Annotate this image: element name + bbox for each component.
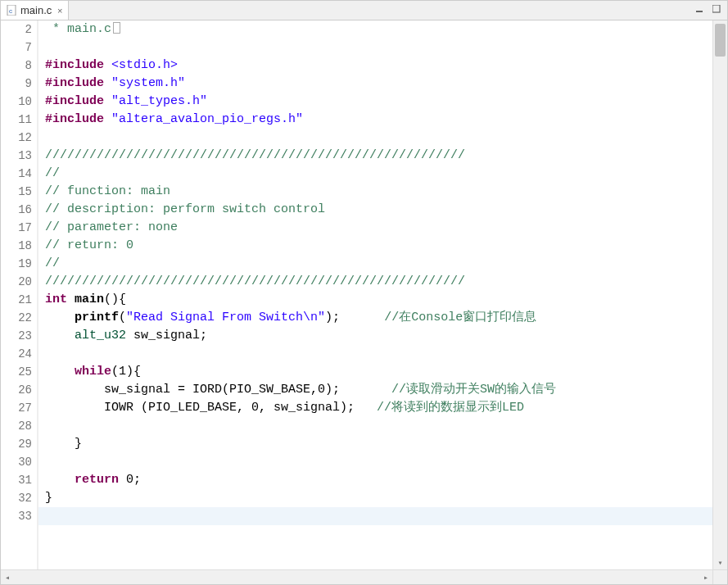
scroll-right-icon[interactable]: ▸ [699, 570, 712, 584]
scrollbar-thumb[interactable] [715, 24, 726, 57]
code-line[interactable]: ////////////////////////////////////////… [38, 147, 727, 165]
code-line[interactable] [38, 507, 727, 525]
line-number: 23 [1, 327, 32, 345]
line-number: 21 [1, 291, 32, 309]
scroll-left-icon[interactable]: ◂ [1, 570, 14, 584]
svg-text:c: c [9, 7, 12, 15]
line-number: 32 [1, 489, 32, 507]
scroll-down-icon[interactable]: ▾ [713, 556, 727, 569]
line-number: 8 [1, 57, 32, 75]
line-number: 29 [1, 435, 32, 453]
c-file-icon: c [6, 5, 17, 16]
code-line[interactable]: sw_signal = IORD(PIO_SW_BASE,0); //读取滑动开… [38, 381, 727, 399]
code-line[interactable]: // description: perform switch control [38, 201, 727, 219]
code-line[interactable]: return 0; [38, 471, 727, 489]
code-line[interactable] [38, 417, 727, 435]
tab-label: main.c [20, 4, 52, 16]
line-number: 2 [1, 20, 32, 39]
scrollbar-track[interactable] [14, 570, 699, 584]
line-number: 27 [1, 399, 32, 417]
code-line[interactable] [38, 39, 727, 57]
code-line[interactable]: #include "system.h" [38, 75, 727, 93]
svg-rect-2 [696, 11, 703, 12]
line-number: 9 [1, 75, 32, 93]
line-number: 12 [1, 129, 32, 147]
code-line[interactable]: // [38, 255, 727, 273]
code-line[interactable]: alt_u32 sw_signal; [38, 327, 727, 345]
code-line[interactable]: // function: main [38, 183, 727, 201]
line-number: 30 [1, 453, 32, 471]
code-line[interactable]: #include <stdio.h> [38, 57, 727, 75]
line-number: 26 [1, 381, 32, 399]
line-number: 20 [1, 273, 32, 291]
line-number: 25 [1, 363, 32, 381]
code-line[interactable]: #include "alt_types.h" [38, 93, 727, 111]
line-number: 17 [1, 219, 32, 237]
code-line[interactable]: // [38, 165, 727, 183]
line-number: 10 [1, 93, 32, 111]
horizontal-scrollbar[interactable]: ◂ ▸ [1, 569, 712, 584]
line-number: 33 [1, 507, 32, 525]
code-line[interactable]: while(1){ [38, 363, 727, 381]
code-line[interactable]: printf("Read Signal From Switch\n"); //在… [38, 309, 727, 327]
code-line[interactable]: IOWR (PIO_LED_BASE, 0, sw_signal); //将读到… [38, 399, 727, 417]
line-number: 15 [1, 183, 32, 201]
line-number: 24 [1, 345, 32, 363]
scrollbar-corner [712, 569, 727, 584]
code-line[interactable]: // return: 0 [38, 237, 727, 255]
code-line[interactable] [38, 129, 727, 147]
code-line[interactable]: ////////////////////////////////////////… [38, 273, 727, 291]
line-number: 18 [1, 237, 32, 255]
line-number: 28 [1, 417, 32, 435]
line-number: 22 [1, 309, 32, 327]
svg-rect-3 [712, 5, 720, 12]
line-number: 14 [1, 165, 32, 183]
code-line[interactable]: int main(){ [38, 291, 727, 309]
maximize-icon[interactable] [709, 2, 724, 16]
editor-window-controls [693, 2, 724, 16]
line-number-gutter: 2 7 8 9 10 11 12 13 14 15 16 17 18 19 20… [1, 20, 38, 569]
code-line[interactable] [38, 453, 727, 471]
tab-bar: c main.c × [1, 1, 727, 20]
code-line[interactable]: * main.c [38, 20, 727, 39]
line-number: 31 [1, 471, 32, 489]
code-line[interactable] [38, 345, 727, 363]
line-number: 7 [1, 39, 32, 57]
line-number: 19 [1, 255, 32, 273]
line-number: 13 [1, 147, 32, 165]
editor: 2 7 8 9 10 11 12 13 14 15 16 17 18 19 20… [1, 20, 727, 569]
tab-main-c[interactable]: c main.c × [1, 1, 69, 20]
folded-section-icon[interactable] [113, 22, 120, 34]
code-line[interactable]: #include "altera_avalon_pio_regs.h" [38, 111, 727, 129]
code-line[interactable]: // parameter: none [38, 219, 727, 237]
code-area[interactable]: * main.c #include <stdio.h> #include "sy… [38, 20, 727, 569]
code-line[interactable]: } [38, 435, 727, 453]
vertical-scrollbar[interactable]: ▴ ▾ [712, 20, 727, 569]
close-icon[interactable]: × [55, 6, 65, 16]
code-line[interactable]: } [38, 489, 727, 507]
line-number: 11 [1, 111, 32, 129]
line-number: 16 [1, 201, 32, 219]
minimize-icon[interactable] [693, 2, 708, 16]
